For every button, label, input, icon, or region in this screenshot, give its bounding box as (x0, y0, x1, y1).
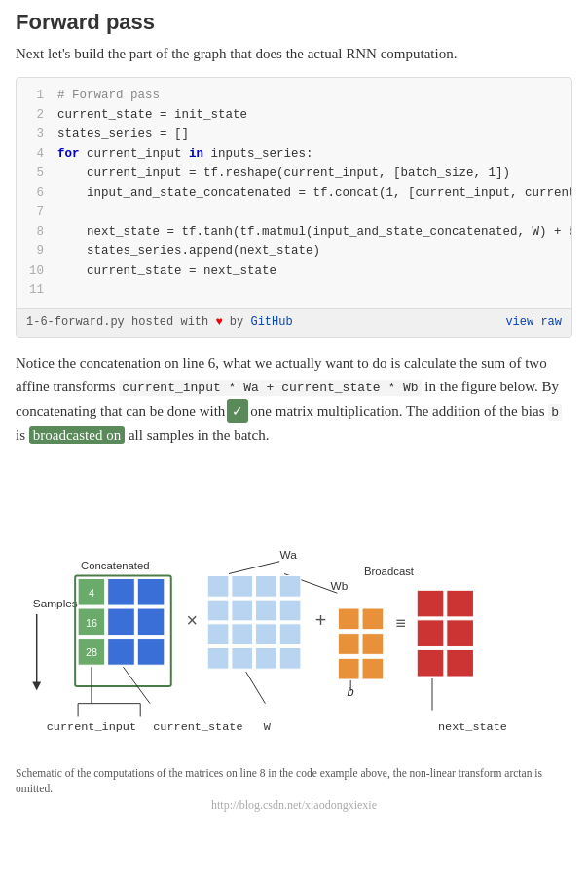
svg-rect-23 (256, 624, 277, 645)
svg-rect-7 (137, 608, 165, 636)
view-raw-link[interactable]: view raw (505, 313, 562, 332)
code-content-5: current_input = tf.reshape(current_input… (57, 164, 510, 183)
code-content-4: for current_input in inputs_series: (57, 144, 313, 164)
svg-rect-31 (338, 634, 359, 655)
code-content-6: input_and_state_concatenated = tf.concat… (57, 183, 572, 202)
svg-rect-10 (137, 639, 165, 666)
samples-label: Samples (33, 597, 78, 610)
w-label: W (264, 720, 272, 734)
svg-rect-39 (447, 620, 474, 647)
svg-rect-14 (207, 600, 229, 621)
code-line-9: 9 states_series.append(next_state) (17, 241, 571, 261)
svg-rect-33 (338, 658, 359, 679)
svg-rect-13 (207, 576, 229, 598)
line-num-6: 6 (24, 183, 44, 202)
line-num-10: 10 (24, 261, 44, 280)
row1-num: 4 (89, 587, 94, 599)
broadcast-label: Broadcast (364, 567, 415, 578)
line-num-4: 4 (24, 144, 44, 164)
svg-rect-22 (256, 600, 277, 621)
svg-rect-27 (279, 624, 301, 645)
svg-rect-40 (417, 649, 444, 677)
line-num-7: 7 (24, 202, 44, 222)
code-line-2: 2 current_state = init_state (17, 105, 571, 125)
svg-rect-36 (417, 590, 444, 617)
current-input-label: current_input (47, 720, 136, 734)
code-content-1: # Forward pass (57, 86, 160, 105)
row2-num: 16 (86, 617, 97, 629)
diagram-svg: Samples Concatenated 4 16 28 (16, 463, 572, 755)
wa-label: Wa (279, 548, 297, 562)
svg-rect-34 (362, 658, 384, 679)
svg-rect-37 (447, 590, 474, 617)
code-line-5: 5 current_input = tf.reshape(current_inp… (17, 164, 571, 183)
svg-rect-21 (256, 576, 277, 598)
diagram-container: Samples Concatenated 4 16 28 (16, 463, 572, 755)
code-line-7: 7 (17, 202, 571, 222)
code-content-9: states_series.append(next_state) (57, 241, 320, 261)
current-state-label: current_state (153, 720, 242, 734)
next-state-label: next_state (438, 720, 507, 734)
code-footer: 1-6-forward.py hosted with ♥ by GitHub v… (17, 308, 571, 337)
multiply-symbol: × (187, 609, 199, 631)
svg-rect-41 (447, 649, 474, 677)
code-lines: 1 # Forward pass 2 current_state = init_… (17, 78, 571, 308)
intro-paragraph: Next let's build the part of the graph t… (16, 43, 572, 65)
code-line-10: 10 current_state = next_state (17, 261, 571, 280)
line-num-5: 5 (24, 164, 44, 183)
svg-rect-9 (108, 639, 135, 666)
code-filename: 1-6-forward.py hosted with ♥ by GitHub (26, 313, 293, 332)
wb-label: Wb (330, 579, 348, 593)
highlight-with: ✓ (227, 399, 248, 423)
svg-rect-20 (232, 647, 253, 669)
caption-text: Schematic of the computations of the mat… (16, 765, 572, 796)
body-paragraph: Notice the concatenation on line 6, what… (16, 351, 572, 448)
svg-rect-17 (232, 576, 253, 598)
line-num-1: 1 (24, 86, 44, 105)
code-line-4: 4 for current_input in inputs_series: (17, 144, 571, 164)
svg-line-11 (229, 562, 279, 574)
github-link[interactable]: GitHub (250, 315, 292, 329)
line-num-9: 9 (24, 241, 44, 261)
svg-rect-4 (137, 578, 165, 605)
svg-rect-30 (362, 608, 384, 630)
code-line-6: 6 input_and_state_concatenated = tf.conc… (17, 183, 571, 202)
code-line-1: 1 # Forward pass (17, 86, 571, 105)
code-content-8: next_state = tf.tanh(tf.matmul(input_and… (57, 222, 572, 241)
line-num-8: 8 (24, 222, 44, 241)
svg-rect-28 (279, 647, 301, 669)
page-title: Forward pass (16, 10, 572, 35)
plus-symbol: + (315, 609, 327, 631)
inline-code-1: current_input * Wa + current_state * Wb (119, 380, 421, 396)
svg-rect-25 (279, 576, 301, 598)
code-line-11: 11 (17, 280, 571, 300)
svg-rect-32 (362, 634, 384, 655)
svg-rect-3 (108, 578, 135, 605)
code-line-8: 8 next_state = tf.tanh(tf.matmul(input_a… (17, 222, 571, 241)
code-content-2: current_state = init_state (57, 105, 247, 125)
watermark-text: http://blog.csdn.net/xiaodongxiexie (16, 798, 572, 813)
svg-rect-18 (232, 600, 253, 621)
svg-rect-38 (417, 620, 444, 647)
svg-rect-24 (256, 647, 277, 669)
equals-symbol: ≡ (396, 613, 406, 633)
line-num-11: 11 (24, 280, 44, 300)
line-num-2: 2 (24, 105, 44, 125)
line-num-3: 3 (24, 125, 44, 144)
svg-rect-26 (279, 600, 301, 621)
concat-label: Concatenated (81, 560, 150, 571)
code-content-10: current_state = next_state (57, 261, 276, 280)
svg-rect-19 (232, 624, 253, 645)
svg-rect-15 (207, 624, 229, 645)
svg-rect-29 (338, 608, 359, 630)
inline-code-b: b (548, 404, 562, 421)
svg-rect-6 (108, 608, 135, 636)
code-line-3: 3 states_series = [] (17, 125, 571, 144)
svg-rect-16 (207, 647, 229, 669)
svg-line-47 (246, 672, 266, 704)
code-block: 1 # Forward pass 2 current_state = init_… (16, 77, 572, 338)
row3-num: 28 (86, 646, 97, 658)
code-content-3: states_series = [] (57, 125, 189, 144)
highlight-broadcasted: broadcasted on (29, 426, 125, 444)
